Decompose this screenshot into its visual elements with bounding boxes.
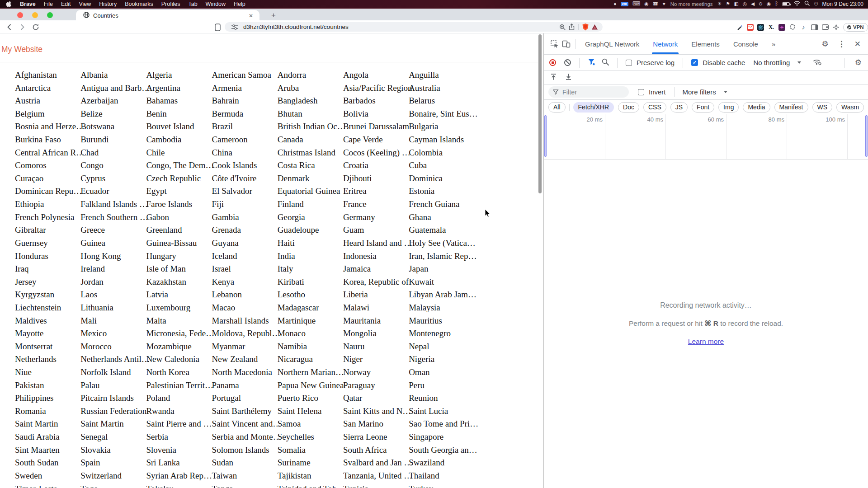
- request-type-chip[interactable]: WS: [812, 102, 833, 113]
- extension-purple-icon[interactable]: [778, 24, 785, 31]
- wallet-icon[interactable]: [821, 23, 829, 31]
- sidebar-toggle-icon[interactable]: [212, 22, 222, 32]
- menu-bar-item[interactable]: Help: [230, 1, 250, 7]
- settings-gear-icon[interactable]: ⚙: [822, 39, 829, 49]
- flag-icon[interactable]: ⚑: [726, 0, 730, 8]
- preserve-log-checkbox[interactable]: [626, 60, 632, 66]
- browser-tab[interactable]: Countries ✕: [76, 10, 259, 21]
- filter-funnel-icon[interactable]: [588, 58, 595, 67]
- apple-logo-icon[interactable]: [0, 1, 16, 7]
- bluetooth-icon[interactable]: ᛒ: [775, 0, 778, 8]
- learn-more-link[interactable]: Learn more: [688, 338, 724, 346]
- menu-bar-clock[interactable]: Mon 9 Dec 23:00: [822, 1, 863, 7]
- forward-button[interactable]: [17, 22, 27, 32]
- window-minimize-button[interactable]: [32, 12, 38, 18]
- timeline-start-bracket[interactable]: [544, 115, 547, 157]
- network-conditions-icon[interactable]: [813, 58, 822, 67]
- filter-input[interactable]: Filter: [548, 86, 629, 98]
- new-tab-button[interactable]: +: [271, 11, 276, 20]
- menu-bar-item[interactable]: History: [95, 1, 121, 7]
- invert-label[interactable]: Invert: [649, 88, 666, 96]
- record-dot-icon[interactable]: ●: [613, 0, 616, 8]
- keyboard-icon[interactable]: ⌨: [632, 0, 640, 8]
- request-type-chip[interactable]: Img: [718, 102, 739, 113]
- inspect-element-icon[interactable]: [548, 38, 560, 50]
- timeline-end-bracket[interactable]: [865, 115, 868, 157]
- url-text[interactable]: d3hzn3tyfnt3th.cloudfront.net/countries: [243, 23, 558, 30]
- throttling-select[interactable]: No throttling: [753, 59, 790, 66]
- request-type-chip[interactable]: CSS: [643, 102, 666, 113]
- site-controls-icon[interactable]: [230, 23, 239, 32]
- request-type-chip[interactable]: Doc: [618, 102, 639, 113]
- record-stop-button[interactable]: [549, 59, 556, 66]
- extension-mail-icon[interactable]: [747, 24, 754, 31]
- clear-network-log-icon[interactable]: [564, 59, 571, 66]
- menu-bar-item[interactable]: Bookmarks: [121, 1, 157, 7]
- volume-icon[interactable]: ◀: [751, 0, 755, 8]
- window-zoom-button[interactable]: [47, 12, 53, 18]
- disable-cache-checkbox[interactable]: ✓: [691, 59, 698, 66]
- device-toolbar-icon[interactable]: [560, 38, 572, 50]
- request-type-chip[interactable]: All: [548, 102, 566, 113]
- disable-cache-label[interactable]: Disable cache: [703, 59, 745, 66]
- network-overview-timeline[interactable]: 20 ms40 ms60 ms80 ms100 ms: [544, 114, 868, 160]
- import-har-icon[interactable]: [550, 73, 557, 82]
- devtools-tab[interactable]: Console: [733, 40, 758, 48]
- heart-icon[interactable]: ♥: [662, 0, 665, 8]
- back-button[interactable]: [5, 22, 14, 32]
- menu-bar-item[interactable]: Edit: [57, 1, 75, 7]
- menu-bar-item[interactable]: Profiles: [157, 1, 184, 7]
- reload-button[interactable]: [31, 22, 41, 32]
- user-switch-icon[interactable]: ⚇: [814, 0, 818, 8]
- window-tile-icon[interactable]: ◧: [734, 0, 739, 8]
- spotlight-search-icon[interactable]: [804, 0, 810, 7]
- request-type-chip[interactable]: Media: [743, 102, 770, 113]
- request-type-chip[interactable]: Fetch/XHR: [573, 102, 614, 113]
- url-bar[interactable]: d3hzn3tyfnt3th.cloudfront.net/countries: [225, 22, 603, 32]
- menu-bar-item[interactable]: Window: [202, 1, 230, 7]
- more-filters-button[interactable]: More filters: [683, 88, 716, 96]
- devtools-close-icon[interactable]: ✕: [854, 39, 861, 49]
- extension-pen-icon[interactable]: [736, 23, 743, 31]
- meetings-status-text[interactable]: No more meetings: [670, 1, 714, 7]
- lock-icon[interactable]: ◉: [644, 0, 648, 8]
- zoom-in-icon[interactable]: [558, 23, 567, 32]
- menu-bar-item[interactable]: File: [40, 1, 57, 7]
- battery-icon[interactable]: [782, 2, 790, 6]
- music-note-icon[interactable]: ♪: [800, 23, 807, 31]
- devtools-tab[interactable]: Network: [653, 40, 678, 48]
- request-type-chip[interactable]: Font: [692, 102, 714, 113]
- request-type-chip[interactable]: Manifest: [774, 102, 808, 113]
- window-close-button[interactable]: [17, 12, 23, 18]
- invert-checkbox[interactable]: [638, 89, 644, 95]
- devtools-tab[interactable]: »: [772, 40, 775, 48]
- export-har-icon[interactable]: [565, 73, 572, 82]
- play-circle-icon[interactable]: ⊙: [759, 0, 763, 8]
- phone-icon[interactable]: ☎: [652, 0, 658, 8]
- menu-bar-item[interactable]: Brave: [16, 1, 40, 7]
- wifi-icon[interactable]: [794, 1, 800, 7]
- brave-rewards-icon[interactable]: [590, 23, 599, 32]
- request-type-chip[interactable]: Wasm: [836, 102, 864, 113]
- extension-x-icon[interactable]: X.: [768, 23, 775, 31]
- flower-icon[interactable]: ✳: [718, 0, 722, 8]
- search-icon[interactable]: [602, 58, 609, 67]
- kebab-menu-icon[interactable]: ⋮: [838, 39, 845, 49]
- page-scrollbar-thumb[interactable]: [538, 34, 542, 193]
- devtools-tab[interactable]: Elements: [691, 40, 720, 48]
- extension-react-devtools-icon[interactable]: [757, 24, 764, 31]
- request-type-chip[interactable]: JS: [670, 102, 688, 113]
- leo-ai-sparkle-icon[interactable]: [832, 23, 840, 31]
- tab-close-icon[interactable]: ✕: [247, 13, 255, 19]
- preserve-log-label[interactable]: Preserve log: [637, 59, 675, 66]
- extension-blob-icon[interactable]: [789, 23, 796, 31]
- vpn-button[interactable]: VPN: [843, 23, 868, 32]
- menu-bar-item[interactable]: View: [75, 1, 95, 7]
- menu-bar-item[interactable]: Tab: [184, 1, 201, 7]
- network-settings-gear-icon[interactable]: ⚙: [855, 58, 862, 67]
- brave-shields-icon[interactable]: [581, 23, 590, 32]
- target-icon[interactable]: ◎: [743, 0, 747, 8]
- share-icon[interactable]: [567, 23, 576, 32]
- devtools-tab[interactable]: GraphQL Network: [585, 40, 639, 48]
- camera-icon[interactable]: ◉: [767, 0, 771, 8]
